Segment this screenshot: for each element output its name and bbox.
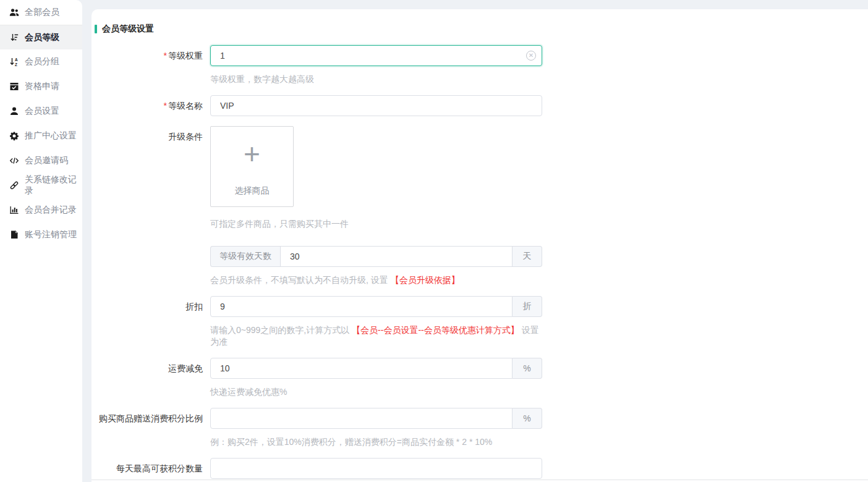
sort-alpha-icon: AZ xyxy=(9,57,19,67)
clear-input-icon[interactable]: ✕ xyxy=(526,51,536,61)
sidebar-item-label: 全部会员 xyxy=(25,7,59,18)
svg-text:A: A xyxy=(15,57,18,62)
link-icon xyxy=(9,180,19,191)
sidebar-item-invite-code[interactable]: 会员邀请码 xyxy=(0,148,82,173)
bar-chart-icon xyxy=(9,205,19,216)
sidebar-item-label: 会员等级 xyxy=(25,32,59,43)
form-row-level-name: *等级名称 xyxy=(95,95,868,116)
form-row-daily-max-points: 每天最高可获积分数量 填0或者不填即不限制, (商品赠送、订单赠送、后台充值、充… xyxy=(95,458,868,482)
upgrade-condition-help: 可指定多件商品，只需购买其中一件 xyxy=(210,218,542,230)
points-ratio-group: % xyxy=(210,408,542,429)
sidebar-item-label: 会员合并记录 xyxy=(25,205,77,216)
upgrade-basis-link[interactable]: 【会员升级依据】 xyxy=(391,275,460,285)
valid-days-input[interactable] xyxy=(280,246,513,267)
level-weight-label: *等级权重 xyxy=(95,45,210,85)
sidebar-item-relation-log[interactable]: 关系链修改记录 xyxy=(0,173,82,198)
shipping-discount-input[interactable] xyxy=(210,358,513,379)
points-ratio-help: 例：购买2件，设置10%消费积分，赠送消费积分=商品实付金额 * 2 * 10% xyxy=(210,436,542,448)
form-row-upgrade-condition: 升级条件 + 选择商品 可指定多件商品，只需购买其中一件 xyxy=(95,126,868,230)
users-icon xyxy=(9,7,19,18)
discount-calc-link[interactable]: 【会员--会员设置--会员等级优惠计算方式】 xyxy=(352,325,519,335)
form-row-level-weight: *等级权重 ✕ 等级权重，数字越大越高级 xyxy=(95,45,868,85)
sidebar-item-promotion-settings[interactable]: 推广中心设置 xyxy=(0,124,82,148)
page-title-text: 会员等级设置 xyxy=(102,23,154,35)
sidebar-item-account-cancellation[interactable]: 账号注销管理 xyxy=(0,222,82,247)
svg-text:Z: Z xyxy=(15,62,17,67)
gear-icon xyxy=(9,131,19,142)
sidebar-item-qualification[interactable]: 资格申请 xyxy=(0,74,82,99)
sidebar-item-member-level[interactable]: 会员等级 xyxy=(0,25,82,49)
valid-days-prepend: 等级有效天数 xyxy=(210,246,280,267)
shipping-discount-group: % xyxy=(210,358,542,379)
sidebar-item-label: 资格申请 xyxy=(25,81,59,92)
title-accent-bar xyxy=(95,25,97,33)
level-weight-help: 等级权重，数字越大越高级 xyxy=(210,74,542,85)
member-level-form: *等级权重 ✕ 等级权重，数字越大越高级 *等级名称 升级 xyxy=(95,45,868,482)
user-icon xyxy=(9,106,19,117)
sidebar-item-label: 推广中心设置 xyxy=(25,130,77,142)
valid-days-label-spacer xyxy=(95,246,210,286)
level-name-input[interactable] xyxy=(210,95,542,116)
level-weight-input-wrap: ✕ xyxy=(210,45,542,66)
shipping-discount-help: 快递运费减免优惠% xyxy=(210,386,542,398)
daily-max-points-input[interactable] xyxy=(210,458,542,479)
discount-group: 折 xyxy=(210,296,542,317)
form-row-discount: 折扣 折 请输入0~999之间的数字,计算方式以 【会员--会员设置--会员等级… xyxy=(95,296,868,348)
sidebar-item-label: 账号注销管理 xyxy=(25,229,77,240)
discount-unit: 折 xyxy=(513,296,542,317)
sort-amount-icon xyxy=(9,32,19,43)
level-name-input-wrap xyxy=(210,95,542,116)
shipping-discount-unit: % xyxy=(513,358,542,379)
daily-max-points-input-wrap xyxy=(210,458,542,479)
sidebar-item-merge-log[interactable]: 会员合并记录 xyxy=(0,198,82,222)
sidebar-item-label: 会员邀请码 xyxy=(25,155,68,166)
discount-input[interactable] xyxy=(210,296,513,317)
sidebar-item-all-members[interactable]: 全部会员 xyxy=(0,0,82,25)
upgrade-condition-label: 升级条件 xyxy=(95,126,210,147)
valid-days-help: 会员升级条件，不填写默认为不自动升级, 设置 【会员升级依据】 xyxy=(210,274,542,286)
inbox-check-icon xyxy=(9,82,19,92)
file-copy-icon xyxy=(9,230,19,240)
select-product-text: 选择商品 xyxy=(235,185,270,197)
form-row-shipping-discount: 运费减免 % 快递运费减免优惠% xyxy=(95,358,868,398)
discount-label: 折扣 xyxy=(95,296,210,348)
discount-help: 请输入0~999之间的数字,计算方式以 【会员--会员设置--会员等级优惠计算方… xyxy=(210,324,542,348)
sidebar-item-member-settings[interactable]: 会员设置 xyxy=(0,99,82,124)
required-mark: * xyxy=(164,101,167,111)
sidebar-item-label: 关系链修改记录 xyxy=(25,174,82,197)
card-bottom-divider xyxy=(91,480,868,480)
page-title: 会员等级设置 xyxy=(95,23,868,35)
sidebar: 全部会员 会员等级 AZ 会员分组 资格申请 会员设置 推广中心设置 会员邀请码… xyxy=(0,0,82,482)
plus-icon: + xyxy=(244,140,260,168)
points-ratio-label: 购买商品赠送消费积分比例 xyxy=(95,408,210,448)
daily-max-points-label: 每天最高可获积分数量 xyxy=(95,458,210,482)
main-panel: 会员等级设置 *等级权重 ✕ 等级权重，数字越大越高级 *等级名称 xyxy=(91,9,868,482)
valid-days-group: 等级有效天数 天 xyxy=(210,246,542,267)
form-row-valid-days: 等级有效天数 天 会员升级条件，不填写默认为不自动升级, 设置 【会员升级依据】 xyxy=(95,246,868,286)
sidebar-item-member-groups[interactable]: AZ 会员分组 xyxy=(0,49,82,74)
form-row-points-ratio: 购买商品赠送消费积分比例 % 例：购买2件，设置10%消费积分，赠送消费积分=商… xyxy=(95,408,868,448)
points-ratio-unit: % xyxy=(513,408,542,429)
code-icon xyxy=(9,156,19,166)
level-name-label: *等级名称 xyxy=(95,95,210,116)
valid-days-unit: 天 xyxy=(513,246,542,267)
level-weight-input[interactable] xyxy=(210,45,542,66)
sidebar-item-label: 会员分组 xyxy=(25,56,59,67)
shipping-discount-label: 运费减免 xyxy=(95,358,210,398)
select-product-uploader[interactable]: + 选择商品 xyxy=(210,126,294,207)
sidebar-item-label: 会员设置 xyxy=(25,106,59,117)
required-mark: * xyxy=(164,51,167,61)
points-ratio-input[interactable] xyxy=(210,408,513,429)
